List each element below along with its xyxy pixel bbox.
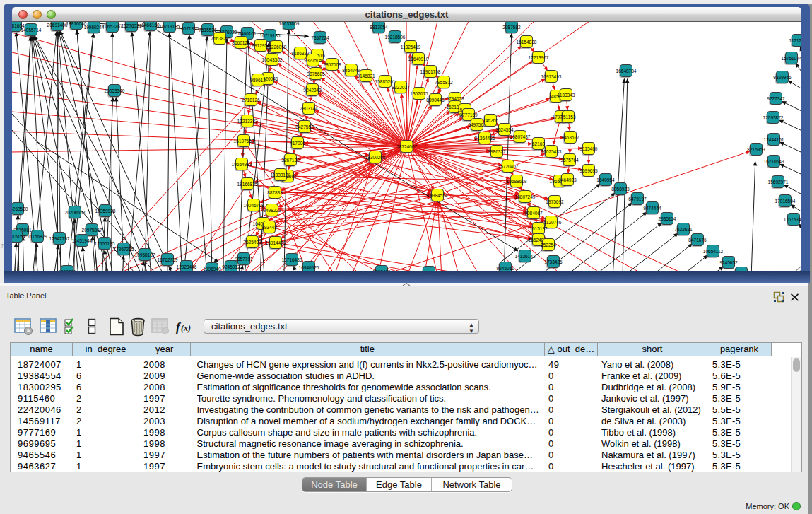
svg-text:8215953: 8215953 <box>747 147 765 152</box>
svg-text:16648784: 16648784 <box>616 69 637 74</box>
svg-text:8322037: 8322037 <box>392 85 410 90</box>
svg-text:15276021: 15276021 <box>122 23 142 28</box>
svg-text:11156829: 11156829 <box>28 234 47 239</box>
svg-text:9227342: 9227342 <box>767 96 785 101</box>
svg-text:21364436: 21364436 <box>475 136 495 141</box>
svg-text:3875685: 3875685 <box>307 71 325 76</box>
svg-text:1996940: 1996940 <box>203 267 221 271</box>
svg-text:8427552: 8427552 <box>295 124 314 129</box>
svg-text:252254: 252254 <box>541 243 556 247</box>
svg-text:8454749: 8454749 <box>342 68 360 73</box>
svg-text:6466160: 6466160 <box>141 23 160 28</box>
svg-text:17359928: 17359928 <box>95 209 116 214</box>
svg-text:9146821: 9146821 <box>357 74 375 78</box>
svg-text:15720407: 15720407 <box>498 164 519 169</box>
svg-text:18640910: 18640910 <box>408 57 429 62</box>
svg-text:16671355: 16671355 <box>179 26 199 31</box>
svg-text:7632621: 7632621 <box>674 227 693 232</box>
svg-text:10958187: 10958187 <box>135 252 155 257</box>
svg-text:8813054: 8813054 <box>370 25 388 30</box>
svg-text:7986322: 7986322 <box>488 149 506 154</box>
svg-text:19654983: 19654983 <box>232 162 252 167</box>
svg-text:7357224: 7357224 <box>311 35 329 40</box>
svg-text:16961758: 16961758 <box>420 69 441 74</box>
svg-text:417006: 417006 <box>290 141 305 146</box>
svg-text:10973493: 10973493 <box>541 74 562 79</box>
svg-text:1615132: 1615132 <box>529 226 548 231</box>
svg-text:14055714: 14055714 <box>21 28 42 33</box>
svg-text:11675348: 11675348 <box>784 217 801 222</box>
svg-text:16210643: 16210643 <box>764 159 784 164</box>
svg-text:14136141: 14136141 <box>515 254 536 259</box>
svg-text:8958923: 8958923 <box>611 187 630 192</box>
svg-text:1975692: 1975692 <box>546 199 564 204</box>
svg-text:887833: 887833 <box>267 190 283 195</box>
svg-text:8990448: 8990448 <box>426 98 445 103</box>
svg-text:2935114: 2935114 <box>659 216 676 221</box>
svg-text:11451944: 11451944 <box>72 238 93 243</box>
svg-text:7663822: 7663822 <box>211 36 229 41</box>
svg-text:19384554: 19384554 <box>428 193 448 198</box>
svg-text:1593405: 1593405 <box>372 269 391 271</box>
svg-text:2867608: 2867608 <box>323 62 341 67</box>
svg-text:2087682: 2087682 <box>502 25 521 30</box>
svg-text:16107553: 16107553 <box>234 139 254 144</box>
svg-text:6497568: 6497568 <box>468 122 486 127</box>
svg-text:7515526: 7515526 <box>199 28 217 33</box>
svg-text:16914479: 16914479 <box>266 240 286 245</box>
svg-text:7955812: 7955812 <box>435 80 453 85</box>
svg-text:19218506: 19218506 <box>385 35 406 40</box>
svg-text:26260520: 26260520 <box>12 206 28 211</box>
svg-text:12444151: 12444151 <box>764 137 784 142</box>
svg-text:9857791: 9857791 <box>235 257 253 262</box>
svg-text:12213383: 12213383 <box>237 119 258 124</box>
svg-text:16762759: 16762759 <box>158 257 178 262</box>
svg-text:1640954: 1640954 <box>596 177 615 182</box>
svg-text:15751074: 15751074 <box>782 56 801 61</box>
svg-text:10719186: 10719186 <box>260 33 281 38</box>
svg-text:2803144: 2803144 <box>300 106 318 111</box>
svg-text:9498222: 9498222 <box>263 208 281 213</box>
svg-text:9575764: 9575764 <box>560 158 579 163</box>
svg-text:9245011: 9245011 <box>497 266 514 271</box>
svg-text:9245652: 9245652 <box>719 260 738 265</box>
svg-text:17957225: 17957225 <box>114 247 134 252</box>
svg-text:12505135: 12505135 <box>95 241 115 246</box>
svg-text:8471676: 8471676 <box>688 238 707 243</box>
svg-text:9327505: 9327505 <box>304 58 322 63</box>
svg-text:9115460: 9115460 <box>580 146 598 151</box>
svg-text:20691406: 20691406 <box>47 23 68 28</box>
svg-text:19960244: 19960244 <box>84 25 105 30</box>
svg-text:17016504: 17016504 <box>775 199 796 204</box>
svg-text:751153: 751153 <box>560 115 576 119</box>
svg-text:10807487: 10807487 <box>510 134 531 139</box>
svg-text:9329946: 9329946 <box>773 75 792 80</box>
svg-text:13226058: 13226058 <box>266 45 287 49</box>
svg-text:11325419: 11325419 <box>401 45 421 49</box>
svg-text:7625402: 7625402 <box>243 240 261 245</box>
svg-text:12093872: 12093872 <box>763 115 784 120</box>
svg-text:2718126: 2718126 <box>242 98 260 103</box>
svg-text:9464923: 9464923 <box>558 177 577 182</box>
svg-text:16033809: 16033809 <box>279 22 300 26</box>
svg-text:10543362: 10543362 <box>262 57 283 62</box>
svg-text:6479197: 6479197 <box>628 197 647 201</box>
svg-text:8660123: 8660123 <box>232 40 250 45</box>
svg-text:6794028: 6794028 <box>446 96 464 101</box>
svg-text:1099061: 1099061 <box>58 269 76 271</box>
svg-text:16154838: 16154838 <box>517 40 537 45</box>
svg-text:(x): (x) <box>181 323 191 333</box>
svg-text:12923446: 12923446 <box>177 264 197 269</box>
svg-text:3915154: 3915154 <box>12 234 25 239</box>
svg-text:9242848: 9242848 <box>303 88 322 93</box>
svg-text:1133343: 1133343 <box>558 93 575 98</box>
svg-text:989612: 989612 <box>250 78 266 83</box>
svg-text:18300265: 18300265 <box>365 155 386 160</box>
svg-text:10653267: 10653267 <box>102 24 123 29</box>
svg-text:1121287: 1121287 <box>789 38 801 43</box>
svg-text:10719185: 10719185 <box>160 24 180 29</box>
svg-text:18807249: 18807249 <box>515 194 536 199</box>
svg-text:9777169: 9777169 <box>459 112 478 117</box>
svg-text:18724007: 18724007 <box>396 144 417 149</box>
svg-text:10046708: 10046708 <box>244 203 264 208</box>
